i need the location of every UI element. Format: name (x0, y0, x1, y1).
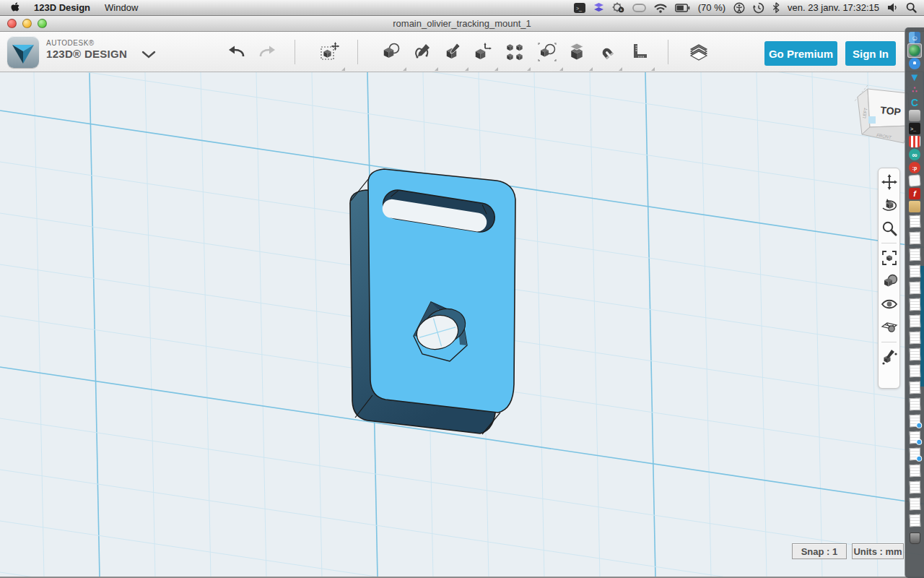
titlebar[interactable]: romain_olivier_tracking_mount_1 (0, 16, 924, 32)
undo-button[interactable] (226, 42, 248, 64)
volume-icon[interactable] (887, 1, 898, 14)
go-premium-button[interactable]: Go Premium (764, 41, 837, 66)
snap-field[interactable]: Snap : 1 (792, 543, 847, 559)
dock-document-thumbnail[interactable] (909, 431, 920, 444)
model-viewport[interactable]: TOP LEFT FRONT (0, 72, 924, 578)
dropbox-icon[interactable] (593, 1, 604, 14)
menubar-clock[interactable]: ven. 23 janv. 17:32:15 (788, 2, 879, 13)
pan-button[interactable] (881, 173, 898, 191)
pattern-button[interactable] (504, 42, 526, 64)
modify-button[interactable] (471, 42, 493, 64)
spotlight-icon[interactable] (906, 1, 917, 14)
dock-document-thumbnail[interactable] (909, 498, 920, 511)
dock-document-thumbnail[interactable] (909, 398, 920, 411)
dock-icon-gray-app[interactable] (909, 110, 920, 121)
dock-document-thumbnail[interactable] (909, 348, 920, 361)
measure-icon (629, 42, 649, 62)
dock-document-thumbnail[interactable] (909, 481, 920, 494)
dock-icon-app-123d[interactable]: ▼ (909, 71, 920, 82)
dock-icon-infinity-app[interactable]: ∞ (909, 149, 920, 160)
dock-icon-terminal-app[interactable]: >_ (909, 123, 920, 134)
combine-icon (537, 42, 557, 62)
close-button[interactable] (7, 19, 17, 28)
snap-magnet-button[interactable] (596, 42, 617, 64)
snap-magnet-icon (596, 42, 616, 62)
menubar-app-name[interactable]: 123D Design (34, 2, 90, 13)
apple-menu-icon[interactable] (10, 1, 19, 14)
dock-icon-flash-app[interactable]: f (909, 188, 920, 199)
dock-document-thumbnail[interactable] (909, 282, 920, 295)
time-machine-icon[interactable] (753, 1, 764, 14)
dock-document-thumbnail[interactable] (909, 448, 920, 461)
pan-icon (881, 173, 898, 191)
dock-document-thumbnail[interactable] (909, 232, 920, 245)
accessibility-icon[interactable] (733, 1, 745, 14)
toolbar-separator (668, 40, 668, 64)
tablet-icon[interactable] (632, 1, 646, 14)
dock-icon-documents-app[interactable] (908, 174, 920, 186)
dock: ☺▼∴C>_∞:pf (905, 27, 924, 578)
zoom-button-nav[interactable] (881, 220, 898, 237)
dock-document-thumbnail[interactable] (909, 315, 920, 328)
dock-document-thumbnail[interactable] (909, 415, 920, 428)
material-button[interactable] (881, 272, 898, 290)
menu-item-window[interactable]: Window (105, 2, 138, 13)
measure-button[interactable] (628, 42, 650, 64)
transform-icon (319, 42, 339, 62)
layers-button[interactable] (688, 42, 710, 64)
group-button[interactable] (566, 42, 588, 64)
bluetooth-icon[interactable] (772, 1, 780, 14)
dock-document-thumbnail[interactable] (909, 249, 920, 262)
combine-button[interactable] (536, 42, 558, 64)
primitives-button[interactable] (380, 42, 401, 64)
dock-icon-cura-app[interactable]: C (909, 97, 920, 108)
redo-button[interactable] (256, 42, 278, 64)
hide-show-button[interactable] (881, 296, 898, 313)
dock-icon-network-globe[interactable] (909, 45, 920, 56)
toolbar-separator (357, 40, 358, 64)
dock-icon-trash[interactable] (910, 532, 920, 544)
dock-document-thumbnail[interactable] (909, 332, 920, 345)
terminal-icon[interactable]: >_ (574, 1, 585, 14)
sketch-button[interactable] (411, 42, 433, 64)
sync-error-icon[interactable]: × (612, 1, 624, 14)
orbit-button[interactable] (881, 197, 898, 214)
sketch-icon (412, 42, 432, 62)
zoom-button[interactable] (38, 19, 47, 28)
construct-icon (443, 42, 463, 62)
dock-document-thumbnail[interactable] (909, 381, 920, 394)
app-logo-icon[interactable] (7, 36, 39, 68)
dock-icon-popcorn-app[interactable] (909, 136, 920, 147)
dock-icon-finder[interactable]: ☺ (909, 32, 920, 43)
dock-document-thumbnail[interactable] (909, 465, 920, 478)
view-cube-top-label: TOP (880, 104, 902, 118)
minimize-button[interactable] (22, 19, 32, 28)
model-tracking-mount[interactable] (318, 137, 549, 462)
undo-icon (227, 42, 247, 62)
construct-button[interactable] (442, 42, 463, 64)
sign-in-button[interactable]: Sign In (845, 41, 896, 66)
menubar: 123D Design Window >_ × (70 %) (0, 0, 924, 16)
navigation-toolbar (878, 168, 900, 389)
dock-icon-molecule-app[interactable]: ∴ (909, 84, 920, 95)
primitives-icon (380, 42, 401, 62)
grid-visibility-button[interactable] (881, 319, 898, 336)
wifi-icon[interactable] (654, 1, 667, 14)
fit-button[interactable] (881, 249, 898, 267)
dock-icon-safari[interactable] (909, 58, 920, 69)
app-window: romain_olivier_tracking_mount_1 AUTODESK… (0, 16, 924, 578)
dock-document-thumbnail[interactable] (909, 365, 920, 378)
dock-icon-stack-folder[interactable] (909, 201, 920, 212)
units-field[interactable]: Units : mm (852, 543, 904, 559)
dock-document-thumbnail[interactable] (909, 514, 920, 527)
dock-document-thumbnail[interactable] (909, 298, 920, 311)
battery-icon[interactable] (675, 1, 690, 14)
dock-icon-chat-app[interactable]: :p (909, 162, 920, 173)
nav-divider (881, 342, 897, 342)
main-menu-chevron-icon[interactable] (141, 49, 157, 59)
snap-target-button[interactable] (881, 348, 898, 366)
view-cube-highlight (868, 116, 876, 124)
dock-document-thumbnail[interactable] (909, 215, 920, 228)
transform-button[interactable] (318, 42, 340, 64)
dock-document-thumbnail[interactable] (909, 265, 920, 278)
